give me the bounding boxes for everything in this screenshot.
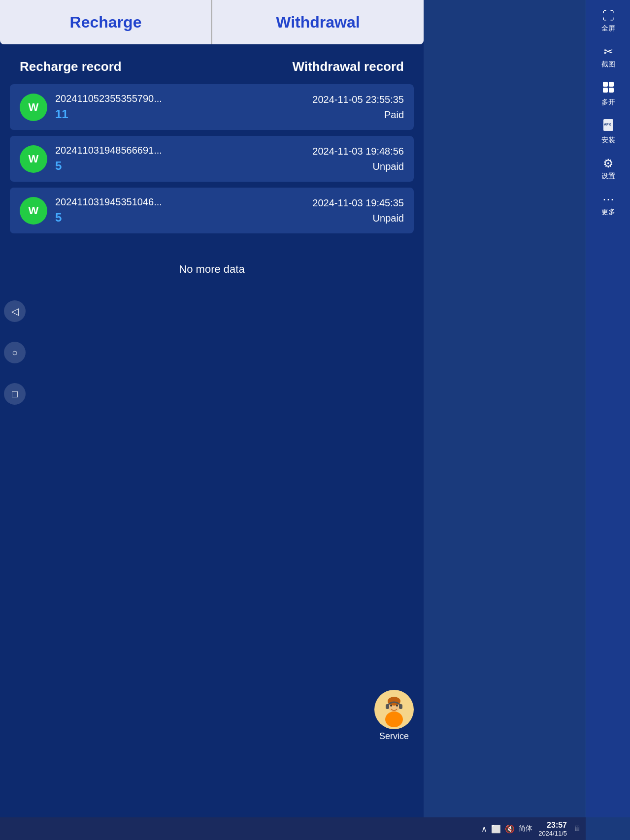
taskbar-arrow-icon: ∧: [481, 824, 487, 834]
taskbar-volume-icon: 🔇: [505, 824, 515, 834]
multiopen-label: 多开: [601, 98, 615, 107]
settings-label: 设置: [601, 172, 615, 181]
record-right-1: 2024-11-05 23:55:35 Paid: [312, 94, 404, 121]
record-date-2: 2024-11-03 19:48:56: [312, 146, 404, 157]
recharge-record-header: Recharge record: [20, 59, 122, 74]
tab-withdrawal-label: Withdrawal: [276, 13, 360, 32]
nav-home-btn[interactable]: ○: [4, 342, 26, 363]
sidebar-item-install[interactable]: APK 安装: [586, 115, 630, 149]
record-date-1: 2024-11-05 23:55:35: [312, 94, 404, 105]
svg-rect-8: [603, 82, 608, 87]
app-container: Recharge Withdrawal Recharge record With…: [0, 0, 424, 840]
sidebar-item-more[interactable]: ⋯ 更多: [586, 189, 630, 221]
record-info-1: 202411052355355790... 11: [55, 93, 304, 121]
record-id-1: 202411052355355790...: [55, 93, 304, 104]
service-icon: [374, 690, 414, 729]
install-label: 安装: [601, 136, 615, 145]
svg-point-7: [396, 705, 398, 707]
gear-icon: ⚙: [603, 157, 614, 170]
screenshot-label: 截图: [601, 60, 615, 69]
multiopen-icon: [602, 81, 615, 97]
svg-rect-10: [603, 88, 608, 93]
fullscreen-icon: ⛶: [602, 9, 614, 23]
svg-rect-4: [386, 704, 389, 709]
service-button[interactable]: Service: [374, 690, 414, 742]
taskbar-notification-icon[interactable]: 🖥: [573, 824, 581, 833]
record-item-1[interactable]: W 202411052355355790... 11 2024-11-05 23…: [10, 84, 414, 130]
taskbar-system-icons: ∧ ⬜ 🔇 简体: [481, 824, 532, 834]
svg-text:APK: APK: [604, 123, 611, 126]
scissors-icon: ✂: [603, 45, 613, 59]
no-more-data: No more data: [0, 253, 424, 286]
record-avatar-1: W: [20, 94, 47, 121]
record-right-3: 2024-11-03 19:45:35 Unpaid: [312, 197, 404, 224]
service-label: Service: [379, 731, 409, 742]
service-avatar-svg: [377, 692, 411, 727]
fullscreen-label: 全屏: [601, 24, 615, 33]
avatar-label-2: W: [29, 153, 39, 165]
record-avatar-2: W: [20, 145, 47, 173]
avatar-label-1: W: [29, 101, 39, 114]
right-sidebar: ⛶ 全屏 ✂ 截图 多开 APK 安装 ⚙ 设置 ⋯ 更多: [586, 0, 630, 817]
left-nav: ◁ ○ □: [0, 295, 30, 410]
svg-rect-5: [399, 704, 402, 709]
record-item-3[interactable]: W 202411031945351046... 5 2024-11-03 19:…: [10, 188, 414, 233]
record-status-3: Unpaid: [312, 213, 404, 224]
record-amount-1: 11: [55, 107, 304, 121]
apk-icon: APK: [602, 119, 615, 134]
record-avatar-3: W: [20, 197, 47, 225]
tab-recharge-label: Recharge: [70, 13, 142, 32]
record-id-2: 202411031948566691...: [55, 145, 304, 156]
record-date-3: 2024-11-03 19:45:35: [312, 197, 404, 209]
sidebar-item-settings[interactable]: ⚙ 设置: [586, 153, 630, 185]
tab-header: Recharge Withdrawal: [0, 0, 424, 44]
record-item-2[interactable]: W 202411031948566691... 5 2024-11-03 19:…: [10, 136, 414, 182]
record-amount-3: 5: [55, 211, 304, 225]
taskbar-date: 2024/11/5: [538, 830, 567, 837]
svg-rect-11: [609, 88, 614, 93]
record-headers: Recharge record Withdrawal record: [0, 44, 424, 84]
records-list: W 202411052355355790... 11 2024-11-05 23…: [0, 84, 424, 233]
more-icon: ⋯: [602, 193, 614, 206]
svg-point-3: [385, 711, 403, 727]
taskbar-time-block: 23:57 2024/11/5: [538, 821, 567, 837]
withdrawal-record-header: Withdrawal record: [292, 59, 404, 74]
taskbar-clock: 23:57: [547, 821, 567, 830]
tab-withdrawal[interactable]: Withdrawal: [212, 0, 424, 44]
taskbar-display-icon: ⬜: [491, 824, 501, 834]
taskbar-language[interactable]: 简体: [519, 824, 532, 833]
record-id-3: 202411031945351046...: [55, 196, 304, 208]
more-label: 更多: [601, 208, 615, 217]
svg-point-6: [390, 705, 392, 707]
svg-rect-9: [609, 82, 614, 87]
record-info-2: 202411031948566691... 5: [55, 145, 304, 173]
nav-back-btn[interactable]: ◁: [4, 300, 26, 322]
tab-recharge[interactable]: Recharge: [0, 0, 212, 44]
nav-recent-btn[interactable]: □: [4, 383, 26, 405]
sidebar-item-multiopen[interactable]: 多开: [586, 77, 630, 111]
avatar-label-3: W: [29, 204, 39, 217]
sidebar-item-fullscreen[interactable]: ⛶ 全屏: [586, 5, 630, 37]
record-status-2: Unpaid: [312, 161, 404, 172]
record-status-1: Paid: [312, 109, 404, 121]
record-info-3: 202411031945351046... 5: [55, 196, 304, 225]
record-right-2: 2024-11-03 19:48:56 Unpaid: [312, 146, 404, 172]
taskbar: ∧ ⬜ 🔇 简体 23:57 2024/11/5 🖥: [0, 817, 586, 840]
sidebar-item-screenshot[interactable]: ✂ 截图: [586, 41, 630, 73]
record-amount-2: 5: [55, 159, 304, 173]
